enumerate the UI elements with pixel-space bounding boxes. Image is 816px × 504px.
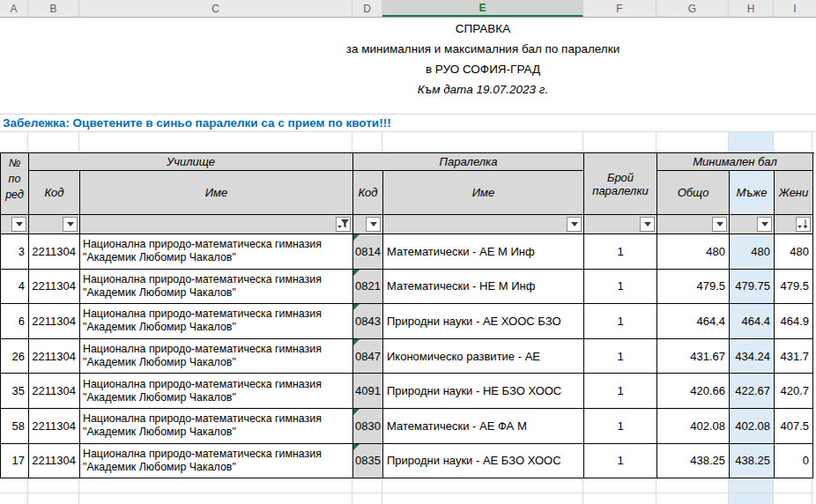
cell-total[interactable]: 479.5 — [657, 270, 730, 305]
cell-school-code[interactable]: 2211304 — [29, 234, 80, 270]
header-min-score-group[interactable]: Минимален бал — [657, 153, 813, 171]
column-header-b[interactable]: B — [28, 0, 79, 17]
cell-class-name[interactable]: Природни науки - АЕ ХООС БЗО — [383, 304, 584, 339]
cell-female[interactable]: 420.7 — [775, 374, 813, 409]
cell-count[interactable]: 1 — [584, 374, 657, 409]
filter-dropdown-button[interactable] — [366, 217, 381, 232]
cell-class-name[interactable]: Математически - АЕ ФА М — [383, 409, 584, 444]
cell-class-code[interactable]: 0814 — [353, 234, 383, 270]
cell-school-code[interactable]: 2211304 — [29, 444, 80, 479]
cell-school-name[interactable]: Национална природо-математическа гимнази… — [80, 339, 353, 374]
cell-male[interactable]: 480 — [730, 234, 775, 270]
cell-class-code[interactable]: 0835 — [353, 444, 383, 479]
cell-class-name[interactable]: Природни науки - АЕ БЗО ХООС — [383, 444, 584, 479]
filter-dropdown-button[interactable] — [63, 217, 78, 232]
cell-class-name[interactable]: Природни науки - НЕ БЗО ХООС — [383, 374, 584, 409]
cell-female[interactable]: 0 — [775, 444, 813, 479]
cell-school-name[interactable]: Национална природо-математическа гимнази… — [80, 409, 353, 444]
sorted-filter-dropdown-button[interactable] — [796, 217, 811, 232]
cell-class-code[interactable]: 0830 — [353, 409, 383, 444]
filter-cell-num — [1, 215, 29, 234]
cell-female[interactable]: 464.9 — [775, 304, 813, 339]
cell-school-name[interactable]: Национална природо-математическа гимнази… — [80, 270, 353, 305]
cell-num[interactable]: 58 — [1, 409, 29, 444]
cell-school-name[interactable]: Национална природо-математическа гимнази… — [80, 444, 353, 479]
header-school-code[interactable]: Код — [29, 171, 80, 215]
cell-school-name[interactable]: Национална природо-математическа гимнази… — [80, 304, 353, 339]
cell-class-name[interactable]: Икономическо развитие - АЕ — [383, 339, 584, 374]
highlighted-column-cell — [729, 493, 774, 504]
column-header-i[interactable]: I — [774, 0, 816, 17]
cell-male[interactable]: 434.24 — [730, 339, 775, 374]
cell-total[interactable]: 464.4 — [657, 304, 730, 339]
column-header-h[interactable]: H — [729, 0, 774, 17]
column-header-g[interactable]: G — [657, 0, 729, 17]
cell-total[interactable]: 402.08 — [657, 409, 730, 444]
filter-dropdown-button[interactable] — [640, 217, 655, 232]
column-header-f[interactable]: F — [583, 0, 657, 17]
cell-school-name[interactable]: Национална природо-математическа гимнази… — [80, 234, 353, 270]
cell-male[interactable]: 422.67 — [730, 374, 775, 409]
cell-count[interactable]: 1 — [584, 444, 657, 479]
header-num[interactable]: № по ред — [1, 153, 29, 215]
header-school-name[interactable]: Име — [80, 171, 353, 215]
cell-male[interactable]: 464.4 — [730, 304, 775, 339]
cell-num[interactable]: 35 — [1, 374, 29, 409]
cell-female[interactable]: 407.5 — [775, 409, 813, 444]
column-header-d[interactable]: D — [352, 0, 382, 17]
report-region: в РУО СОФИЯ-ГРАД — [291, 59, 675, 79]
cell-male[interactable]: 402.08 — [730, 409, 775, 444]
header-class-name[interactable]: Име — [383, 171, 584, 215]
header-school-group[interactable]: Училище — [29, 153, 353, 171]
cell-total[interactable]: 431.67 — [657, 339, 730, 374]
cell-school-code[interactable]: 2211304 — [29, 339, 80, 374]
cell-count[interactable]: 1 — [584, 304, 657, 339]
dropdown-arrow-icon — [716, 222, 723, 226]
cell-num[interactable]: 6 — [1, 304, 29, 339]
cell-total[interactable]: 438.25 — [657, 444, 730, 479]
cell-count[interactable]: 1 — [584, 270, 657, 305]
header-count[interactable]: Брой паралелки — [584, 153, 657, 215]
header-class-code[interactable]: Код — [353, 171, 383, 215]
cell-male[interactable]: 479.75 — [730, 270, 775, 305]
cell-female[interactable]: 480 — [775, 234, 813, 270]
cell-count[interactable]: 1 — [584, 234, 657, 270]
cell-class-code[interactable]: 4091 — [353, 374, 383, 409]
filter-dropdown-button[interactable] — [712, 217, 727, 232]
header-female[interactable]: Жени — [775, 171, 813, 215]
cell-class-name[interactable]: Математически - АЕ М Инф — [383, 234, 584, 270]
filter-cell-school-name — [80, 215, 353, 234]
column-header-e-selected[interactable]: E — [382, 0, 583, 17]
header-class-group[interactable]: Паралелка — [353, 153, 584, 171]
cell-school-code[interactable]: 2211304 — [29, 304, 80, 339]
cell-class-code[interactable]: 0821 — [353, 270, 383, 305]
cell-school-name[interactable]: Национална природо-математическа гимнази… — [80, 374, 353, 409]
cell-num[interactable]: 17 — [1, 444, 29, 479]
filter-dropdown-button[interactable] — [757, 217, 772, 232]
quota-note[interactable]: Забележка: Оцветените в синьо паралелки … — [0, 114, 816, 132]
filter-dropdown-button[interactable] — [567, 217, 582, 232]
cell-class-code[interactable]: 0847 — [353, 339, 383, 374]
cell-school-code[interactable]: 2211304 — [29, 270, 80, 305]
cell-class-name[interactable]: Математически - НЕ М Инф — [383, 270, 584, 305]
cell-school-code[interactable]: 2211304 — [29, 409, 80, 444]
cell-num[interactable]: 3 — [1, 234, 29, 270]
cell-female[interactable]: 431.7 — [775, 339, 813, 374]
cell-num[interactable]: 26 — [1, 339, 29, 374]
column-header-c[interactable]: C — [79, 0, 352, 17]
cell-total[interactable]: 420.66 — [657, 374, 730, 409]
cell-school-code[interactable]: 2211304 — [29, 374, 80, 409]
cell-female[interactable]: 479.5 — [775, 270, 813, 305]
cell-total[interactable]: 480 — [657, 234, 730, 270]
header-total[interactable]: Общо — [657, 171, 730, 215]
empty-grid-row — [0, 132, 812, 152]
cell-num[interactable]: 4 — [1, 270, 29, 305]
filter-active-dropdown-button[interactable] — [336, 217, 351, 232]
column-header-a[interactable]: A — [0, 0, 28, 17]
filter-dropdown-button[interactable] — [11, 217, 26, 232]
cell-count[interactable]: 1 — [584, 339, 657, 374]
cell-class-code[interactable]: 0843 — [353, 304, 383, 339]
header-male[interactable]: Мъже — [730, 171, 775, 215]
cell-male[interactable]: 438.25 — [730, 444, 775, 479]
cell-count[interactable]: 1 — [584, 409, 657, 444]
